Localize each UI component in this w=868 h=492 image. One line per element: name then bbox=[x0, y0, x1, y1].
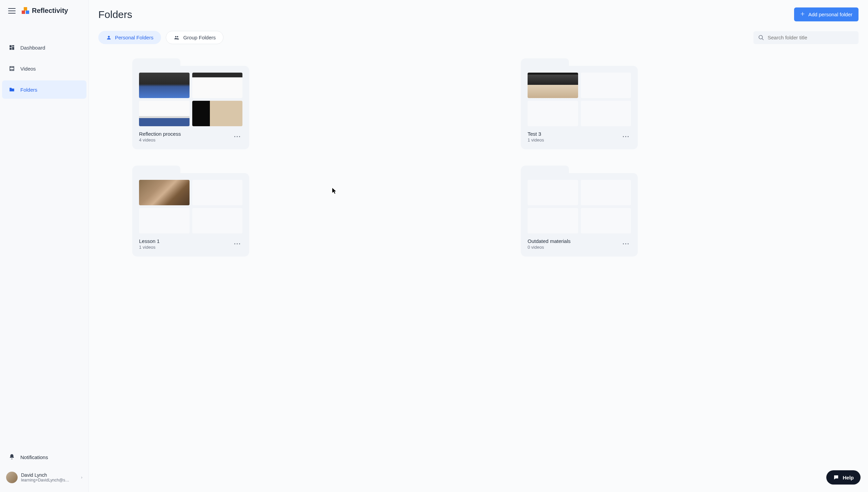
svg-rect-1 bbox=[12, 45, 14, 46]
video-thumbnail bbox=[139, 180, 190, 205]
empty-thumbnail bbox=[581, 180, 631, 205]
empty-thumbnail bbox=[192, 180, 243, 205]
empty-thumbnail bbox=[528, 180, 578, 205]
folder-title: Lesson 1 bbox=[139, 238, 160, 244]
search-input[interactable] bbox=[768, 35, 854, 40]
folder-card[interactable]: Test 3 1 videos ··· bbox=[521, 58, 638, 149]
menu-toggle-button[interactable] bbox=[8, 8, 16, 14]
empty-thumbnail bbox=[192, 208, 243, 233]
bell-icon bbox=[9, 454, 15, 461]
folder-card[interactable]: Reflection process 4 videos ··· bbox=[132, 58, 249, 149]
sidebar: Reflectivity Dashboard Videos Folder bbox=[0, 0, 89, 492]
tab-group-folders[interactable]: Group Folders bbox=[166, 31, 223, 44]
brand-logo-icon bbox=[22, 7, 29, 15]
dashboard-icon bbox=[9, 44, 15, 51]
folder-video-count: 1 videos bbox=[139, 245, 160, 250]
folder-video-count: 1 videos bbox=[528, 137, 544, 143]
folder-video-count: 0 videos bbox=[528, 245, 571, 250]
sidebar-item-label: Dashboard bbox=[20, 45, 45, 51]
user-menu-button[interactable]: David Lynch learning+DavidLynch@swi... › bbox=[2, 469, 86, 486]
folder-thumbnails bbox=[139, 180, 242, 233]
folder-title: Test 3 bbox=[528, 131, 544, 137]
svg-rect-2 bbox=[12, 47, 14, 50]
folder-type-tabs: Personal Folders Group Folders bbox=[98, 31, 223, 44]
empty-thumbnail bbox=[528, 208, 578, 233]
film-icon bbox=[9, 65, 15, 72]
page-title: Folders bbox=[98, 9, 132, 20]
notifications-label: Notifications bbox=[20, 454, 48, 460]
brand-name: Reflectivity bbox=[32, 7, 68, 15]
folder-card[interactable]: Outdated materials 0 videos ··· bbox=[521, 166, 638, 257]
video-thumbnail bbox=[139, 101, 190, 126]
user-name: David Lynch bbox=[21, 472, 78, 478]
group-icon bbox=[174, 35, 180, 40]
main-content: Folders Add personal folder Personal Fol… bbox=[89, 0, 868, 492]
svg-rect-3 bbox=[9, 48, 12, 50]
folder-more-button[interactable]: ··· bbox=[233, 239, 242, 249]
add-button-label: Add personal folder bbox=[808, 12, 852, 17]
folder-icon bbox=[9, 87, 15, 93]
sidebar-item-label: Folders bbox=[20, 87, 37, 93]
brand-home-link[interactable]: Reflectivity bbox=[22, 7, 68, 15]
search-container bbox=[753, 31, 859, 44]
avatar bbox=[6, 472, 18, 483]
folder-thumbnails bbox=[528, 73, 631, 126]
sidebar-item-label: Videos bbox=[20, 66, 36, 72]
video-thumbnail bbox=[139, 73, 190, 98]
folder-more-button[interactable]: ··· bbox=[233, 132, 242, 142]
folder-thumbnails bbox=[528, 180, 631, 233]
chat-icon bbox=[833, 474, 839, 480]
empty-thumbnail bbox=[139, 208, 190, 233]
person-icon bbox=[106, 35, 112, 40]
folder-more-button[interactable]: ··· bbox=[621, 132, 631, 142]
help-button[interactable]: Help bbox=[826, 470, 861, 485]
sidebar-item-folders[interactable]: Folders bbox=[2, 80, 86, 99]
tab-label: Personal Folders bbox=[115, 35, 153, 40]
empty-thumbnail bbox=[581, 73, 631, 98]
folder-title: Outdated materials bbox=[528, 238, 571, 244]
folder-thumbnails bbox=[139, 73, 242, 126]
sidebar-item-dashboard[interactable]: Dashboard bbox=[2, 38, 86, 57]
empty-thumbnail bbox=[581, 101, 631, 126]
tab-label: Group Folders bbox=[183, 35, 216, 40]
svg-rect-0 bbox=[9, 45, 12, 47]
video-thumbnail bbox=[192, 73, 243, 98]
folder-more-button[interactable]: ··· bbox=[621, 239, 631, 249]
empty-thumbnail bbox=[581, 208, 631, 233]
user-email: learning+DavidLynch@swi... bbox=[21, 478, 72, 482]
sidebar-item-notifications[interactable]: Notifications bbox=[2, 448, 86, 467]
folder-video-count: 4 videos bbox=[139, 137, 181, 143]
add-personal-folder-button[interactable]: Add personal folder bbox=[794, 7, 859, 21]
video-thumbnail bbox=[192, 101, 243, 126]
folder-grid: Reflection process 4 videos ··· bbox=[98, 58, 859, 257]
empty-thumbnail bbox=[528, 101, 578, 126]
folder-title: Reflection process bbox=[139, 131, 181, 137]
chevron-right-icon: › bbox=[81, 475, 82, 480]
plus-icon bbox=[800, 12, 805, 17]
sidebar-nav: Dashboard Videos Folders bbox=[0, 38, 88, 99]
search-icon bbox=[758, 35, 764, 41]
tab-personal-folders[interactable]: Personal Folders bbox=[98, 31, 161, 44]
help-label: Help bbox=[843, 475, 854, 480]
video-thumbnail bbox=[528, 73, 578, 98]
folder-card[interactable]: Lesson 1 1 videos ··· bbox=[132, 166, 249, 257]
sidebar-item-videos[interactable]: Videos bbox=[2, 59, 86, 78]
